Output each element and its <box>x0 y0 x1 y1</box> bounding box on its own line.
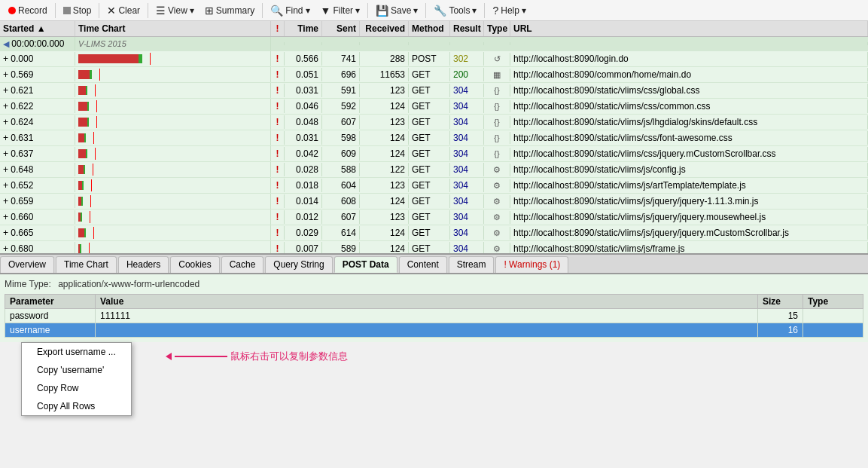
col-timechart[interactable]: Time Chart <box>75 21 271 36</box>
help-button[interactable]: ? Help ▾ <box>487 2 531 19</box>
cell-result: 304 <box>450 226 484 240</box>
cell-type: ⚙ <box>484 227 510 240</box>
tab-cache[interactable]: Cache <box>221 256 264 273</box>
table-row[interactable]: + 0.631 ! 0.031 598 124 GET 304 {} http:… <box>0 130 868 146</box>
cell-url: http://localhost:8090/static/vlims/css/g… <box>510 84 868 97</box>
cell-method: GET <box>409 179 450 192</box>
cell-method: GET <box>409 210 450 224</box>
tab-headers[interactable]: Headers <box>118 256 169 273</box>
record-button[interactable]: Record <box>3 3 53 18</box>
post-table-row[interactable]: password 111111 15 <box>5 309 863 323</box>
col-started[interactable]: Started ▲ <box>0 21 75 36</box>
cell-started: + 0.659 <box>0 194 75 208</box>
cell-started: + 0.569 <box>0 68 75 81</box>
cell-value: 111111 <box>96 309 758 323</box>
table-row[interactable]: + 0.680 ! 0.007 589 124 GET 304 ⚙ http:/… <box>0 241 868 255</box>
tab--warnings-1[interactable]: ! Warnings (1) <box>495 256 568 273</box>
tab-query-string[interactable]: Query String <box>265 256 332 273</box>
cell-chart <box>75 99 271 114</box>
cell-param: password <box>5 309 96 323</box>
tab-overview[interactable]: Overview <box>0 256 54 273</box>
cell-time: 0.031 <box>285 84 322 97</box>
mime-label: Mime Type: <box>5 279 51 289</box>
view-button[interactable]: ☰ View ▾ <box>151 2 199 19</box>
post-table-row[interactable]: username 16 <box>5 323 863 338</box>
cell-chart <box>75 115 271 130</box>
filter-button[interactable]: ▼ Filter ▾ <box>315 2 366 19</box>
col-method[interactable]: Method <box>409 21 450 36</box>
cell-sent: 607 <box>322 115 360 129</box>
tools-button[interactable]: 🔧 Tools ▾ <box>428 2 482 19</box>
cell-result: 304 <box>450 115 484 129</box>
col-sent[interactable]: Sent <box>322 21 360 36</box>
cell-received: 123 <box>360 179 409 192</box>
cell-type: ⚙ <box>484 164 510 176</box>
cell-url: http://localhost:8090/static/vlims/js/jq… <box>510 210 868 224</box>
find-button[interactable]: 🔍 Find ▾ <box>265 2 315 19</box>
cell-exclaim: ! <box>271 163 285 176</box>
cell-method: GET <box>409 131 450 145</box>
cell-url: http://localhost:8090/static/vlims/css/f… <box>510 131 868 145</box>
cell-time: 0.048 <box>285 115 322 129</box>
cell-started: + 0.680 <box>0 242 75 255</box>
separator <box>55 3 56 18</box>
table-row[interactable]: + 0.660 ! 0.012 607 123 GET 304 ⚙ http:/… <box>0 210 868 225</box>
cell-chart <box>75 146 271 161</box>
cell-exc <box>271 42 285 45</box>
cell-time: 0.012 <box>285 210 322 224</box>
stop-button[interactable]: Stop <box>58 3 97 18</box>
cell-url <box>510 42 868 45</box>
help-label: Help <box>501 5 519 16</box>
table-row[interactable]: + 0.624 ! 0.048 607 123 GET 304 {} http:… <box>0 115 868 130</box>
cell-type: {} <box>484 148 510 160</box>
cell-url: http://localhost:8090/static/vlims/js/jq… <box>510 226 868 240</box>
cell-type <box>803 309 863 323</box>
table-row[interactable]: + 0.637 ! 0.042 609 124 GET 304 {} http:… <box>0 146 868 162</box>
cell-result <box>450 42 484 45</box>
col-result[interactable]: Result <box>450 21 484 36</box>
cell-type: ⚙ <box>484 195 510 208</box>
cell-chart <box>75 210 271 225</box>
col-time[interactable]: Time <box>285 21 322 36</box>
cell-result: 304 <box>450 131 484 145</box>
table-row[interactable]: + 0.569 ! 0.051 696 11653 GET 200 ▦ http… <box>0 67 868 83</box>
table-column-headers: Started ▲ Time Chart ! Time Sent Receive… <box>0 21 868 37</box>
table-row[interactable]: + 0.622 ! 0.046 592 124 GET 304 {} http:… <box>0 99 868 115</box>
table-row[interactable]: + 0.648 ! 0.028 588 122 GET 304 ⚙ http:/… <box>0 162 868 178</box>
cell-type: ▦ <box>484 69 510 81</box>
cell-sent: 592 <box>322 99 360 113</box>
cell-received: 123 <box>360 115 409 129</box>
th-type: Type <box>803 295 863 309</box>
table-row[interactable]: + 0.000 ! 0.566 741 288 POST 302 ↺ http:… <box>0 51 868 67</box>
tab-stream[interactable]: Stream <box>449 256 495 273</box>
col-url[interactable]: URL <box>510 21 868 36</box>
tab-time-chart[interactable]: Time Chart <box>56 256 117 273</box>
col-type[interactable]: Type <box>484 21 510 36</box>
cell-sent: 604 <box>322 179 360 192</box>
clear-button[interactable]: ✕ Clear <box>102 2 145 19</box>
clear-icon: ✕ <box>107 5 116 17</box>
cell-type: ⚙ <box>484 243 510 255</box>
save-label: Save <box>391 5 411 16</box>
table-row[interactable]: + 0.621 ! 0.031 591 123 GET 304 {} http:… <box>0 83 868 99</box>
cell-method: GET <box>409 115 450 129</box>
col-received[interactable]: Received <box>360 21 409 36</box>
tab-cookies[interactable]: Cookies <box>170 256 219 273</box>
cell-time: 0.018 <box>285 179 322 192</box>
summary-button[interactable]: ⊞ Summary <box>199 2 260 19</box>
cell-result: 304 <box>450 179 484 192</box>
tab-post-data[interactable]: POST Data <box>334 256 397 273</box>
save-button[interactable]: 💾 Save ▾ <box>370 2 423 19</box>
cell-sent: 591 <box>322 84 360 97</box>
toolbar: Record Stop ✕ Clear ☰ View ▾ ⊞ Summary 🔍… <box>0 0 868 21</box>
table-row[interactable]: + 0.665 ! 0.029 614 124 GET 304 ⚙ http:/… <box>0 225 868 241</box>
cell-started: + 0.637 <box>0 147 75 161</box>
cell-exclaim: ! <box>271 99 285 113</box>
cell-url: http://localhost:8090/static/vlims/js/jq… <box>510 194 868 208</box>
session-row[interactable]: ◀ 00:00:00.000 V-LIMS 2015 <box>0 37 868 51</box>
tabs-row: OverviewTime ChartHeadersCookiesCacheQue… <box>0 255 868 274</box>
tab-content[interactable]: Content <box>399 256 447 273</box>
table-row[interactable]: + 0.652 ! 0.018 604 123 GET 304 ⚙ http:/… <box>0 178 868 194</box>
save-icon: 💾 <box>376 5 388 17</box>
table-row[interactable]: + 0.659 ! 0.014 608 124 GET 304 ⚙ http:/… <box>0 194 868 210</box>
